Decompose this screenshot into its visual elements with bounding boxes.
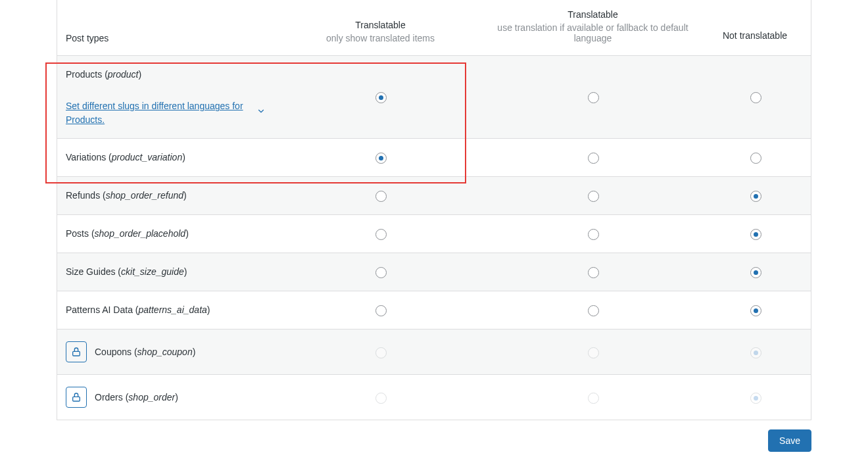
svg-rect-0 (73, 351, 80, 356)
radio-cell (699, 78, 811, 115)
translation-option-radio[interactable] (588, 92, 599, 103)
post-type-name-cell: Refunds (shop_order_refund) (57, 177, 274, 214)
post-type-slug: product (108, 69, 139, 80)
table-row: Patterns AI Data (patterns_ai_data) (57, 291, 811, 329)
table-row: Size Guides (ckit_size_guide) (57, 253, 811, 291)
translation-option-radio[interactable] (588, 305, 599, 316)
table-body: Products (product)Set different slugs in… (57, 56, 811, 420)
translation-option-radio (588, 347, 599, 358)
translation-option-radio[interactable] (375, 153, 387, 164)
post-type-label: Posts (shop_order_placehold) (66, 228, 189, 239)
post-types-settings-table: Post types Translatable only show transl… (57, 0, 811, 420)
post-type-slug: ckit_size_guide (121, 266, 184, 277)
post-type-slug: shop_order_refund (106, 190, 183, 201)
post-type-label: Orders (shop_order) (95, 391, 178, 404)
table-row: Refunds (shop_order_refund) (57, 177, 811, 215)
translation-option-radio[interactable] (375, 267, 387, 278)
radio-cell (274, 291, 487, 328)
translation-option-radio[interactable] (750, 153, 761, 164)
post-type-name-cell: Variations (product_variation) (57, 139, 274, 176)
translation-option-radio[interactable] (375, 191, 387, 202)
translation-option-radio[interactable] (750, 267, 761, 278)
radio-cell (699, 291, 811, 328)
post-type-name-cell: Size Guides (ckit_size_guide) (57, 253, 274, 290)
post-type-label: Size Guides (ckit_size_guide) (66, 266, 187, 277)
translation-option-radio[interactable] (750, 191, 761, 202)
radio-cell (487, 139, 699, 176)
lock-icon (66, 341, 87, 362)
table-row: Variations (product_variation) (57, 139, 811, 177)
translation-option-radio[interactable] (588, 153, 599, 164)
radio-cell (274, 333, 487, 370)
translation-option-radio (588, 393, 599, 404)
table-row: Orders (shop_order) (57, 375, 811, 420)
translation-option-radio[interactable] (750, 305, 761, 316)
column-header-translatable-fallback: Translatable use translation if availabl… (487, 0, 699, 55)
post-type-label: Refunds (shop_order_refund) (66, 190, 187, 201)
radio-cell (274, 78, 487, 115)
table-row: Coupons (shop_coupon) (57, 329, 811, 375)
translation-option-radio[interactable] (750, 229, 761, 240)
chevron-down-icon (256, 106, 266, 119)
radio-cell (699, 253, 811, 290)
post-type-slug: shop_order_placehold (95, 228, 186, 239)
radio-cell (487, 379, 699, 416)
lock-icon (66, 387, 87, 408)
radio-cell (487, 215, 699, 252)
translation-option-radio[interactable] (588, 229, 599, 240)
translation-option-radio (375, 393, 387, 404)
post-type-label: Coupons (shop_coupon) (95, 345, 195, 358)
radio-cell (487, 177, 699, 214)
translation-option-radio (750, 393, 761, 404)
radio-cell (699, 379, 811, 416)
radio-cell (274, 139, 487, 176)
post-type-name-cell: Products (product)Set different slugs in… (57, 56, 274, 138)
column-header-post-types: Post types (57, 18, 274, 55)
radio-cell (274, 215, 487, 252)
translation-option-radio[interactable] (375, 229, 387, 240)
translation-option-radio[interactable] (375, 305, 387, 316)
post-type-label: Products (product) (66, 69, 141, 80)
radio-cell (699, 333, 811, 370)
translation-option-radio (375, 347, 387, 358)
save-button[interactable]: Save (768, 429, 811, 452)
post-type-name-cell: Posts (shop_order_placehold) (57, 215, 274, 252)
radio-cell (487, 78, 699, 115)
radio-cell (274, 379, 487, 416)
radio-cell (487, 253, 699, 290)
translation-option-radio[interactable] (750, 92, 761, 103)
svg-rect-1 (73, 397, 80, 401)
translation-option-radio[interactable] (588, 191, 599, 202)
post-type-label: Variations (product_variation) (66, 152, 185, 162)
column-header-translatable-only: Translatable only show translated items (274, 11, 487, 55)
translation-option-radio[interactable] (588, 267, 599, 278)
post-type-name-cell: Orders (shop_order) (57, 375, 274, 420)
radio-cell (274, 177, 487, 214)
translation-option-radio[interactable] (375, 92, 387, 103)
set-slug-link[interactable]: Set different slugs in different languag… (66, 99, 266, 126)
column-header-not-translatable: Not translatable (699, 21, 811, 55)
radio-cell (487, 333, 699, 370)
table-row: Posts (shop_order_placehold) (57, 215, 811, 253)
radio-cell (699, 139, 811, 176)
post-type-name-cell: Coupons (shop_coupon) (57, 329, 274, 374)
table-row: Products (product)Set different slugs in… (57, 56, 811, 139)
translation-option-radio (750, 347, 761, 358)
post-type-slug: shop_order (128, 392, 175, 402)
radio-cell (487, 291, 699, 328)
post-type-slug: patterns_ai_data (139, 305, 207, 315)
post-type-label: Patterns AI Data (patterns_ai_data) (66, 305, 210, 315)
post-type-slug: product_variation (112, 152, 182, 162)
post-type-slug: shop_coupon (137, 347, 193, 357)
radio-cell (699, 215, 811, 252)
post-type-name-cell: Patterns AI Data (patterns_ai_data) (57, 291, 274, 328)
table-header-row: Post types Translatable only show transl… (57, 0, 811, 56)
radio-cell (699, 177, 811, 214)
radio-cell (274, 253, 487, 290)
